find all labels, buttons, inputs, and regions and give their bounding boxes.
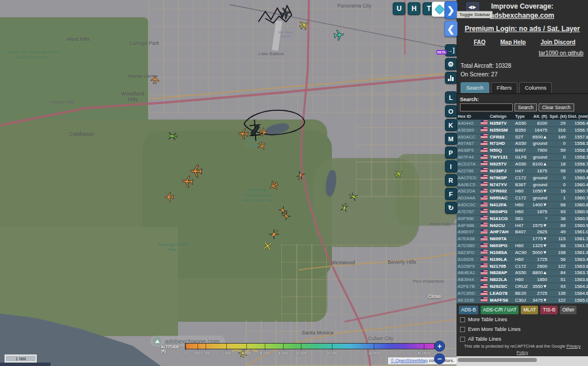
- table-row[interactable]: ACD27AN925TVAS508100▲181558.7: [457, 160, 588, 167]
- checkbox-row: More Table Lines: [460, 317, 520, 322]
- table-row[interactable]: AA0EC5N747YVB36Tground01560.4: [457, 181, 588, 188]
- aircraft-icon[interactable]: [164, 192, 175, 203]
- rail-button-settings[interactable]: ⚙: [445, 58, 457, 70]
- rail-button-hotkey-F[interactable]: F: [445, 188, 457, 200]
- faq-link[interactable]: FAQ: [474, 39, 486, 45]
- cell-flag: [479, 236, 489, 242]
- column-header[interactable]: Dist. (nmi): [567, 114, 588, 119]
- zoom-out-button[interactable]: −: [434, 353, 445, 364]
- altitude-legend-title: ALTITUDE (ft): [161, 345, 179, 353]
- locate-diamond-icon: [434, 4, 444, 14]
- table-row[interactable]: A40442N358TVAS508100291556.4: [457, 120, 588, 126]
- column-header[interactable]: Callsign: [489, 114, 514, 119]
- cell-type: B407: [514, 148, 529, 153]
- map-button-U[interactable]: U: [393, 2, 405, 15]
- table-row[interactable]: A2FE7BN292SCCRUZ3550▼931564.2: [457, 283, 588, 290]
- map-button-H[interactable]: H: [408, 2, 420, 15]
- close-button[interactable]: Close: [428, 294, 441, 299]
- checkbox[interactable]: [460, 317, 465, 322]
- checkbox[interactable]: [460, 337, 465, 342]
- cell-cs: MAFFS6: [489, 298, 514, 303]
- checkbox-label: All Table Lines: [468, 336, 501, 342]
- cell-spd: 93: [548, 284, 567, 289]
- cell-alt: 1850: [529, 277, 548, 282]
- table-row[interactable]: A96E97AHF7AHB4072625491561.0: [457, 229, 588, 236]
- rail-button-hotkey-O[interactable]: O: [445, 105, 457, 117]
- table-row[interactable]: AE1535MAFFS6C30J3475▼1221565.0: [457, 296, 588, 303]
- cell-alt: 1400▼: [529, 202, 548, 207]
- table-row[interactable]: AACFEDN796SPC172ground01560.4: [457, 174, 588, 181]
- table-row[interactable]: A0F59EN161CGS61?381560.9: [457, 215, 588, 222]
- rail-button-sidebar-expand[interactable]: ❯: [444, 1, 458, 19]
- cell-dist: 1557.8: [567, 134, 588, 140]
- column-header[interactable]: Hex ID: [457, 114, 479, 119]
- column-header[interactable]: Spd. (kt): [548, 114, 567, 119]
- join-discord-link[interactable]: Join Discord: [540, 39, 575, 45]
- aircraft-icon[interactable]: [258, 127, 268, 137]
- rail-button-hotkey-I[interactable]: I: [445, 160, 457, 172]
- cell-dist: 1560.4: [567, 175, 588, 180]
- table-row[interactable]: A7D3B0N603PGH601325▼681561.5: [457, 242, 588, 249]
- aircraft-icon[interactable]: [181, 175, 195, 188]
- aircraft-table[interactable]: Hex IDCallsignTypeAlt. (ft)Spd. (kt)Dist…: [457, 113, 588, 303]
- table-row[interactable]: A1D5F9N21705C17226001221563.6: [457, 263, 588, 269]
- clear-search-button[interactable]: Clear Search: [539, 103, 574, 111]
- zoom-in-button[interactable]: +: [434, 341, 445, 352]
- table-row[interactable]: A4DC0CN412FAH601400▼681560.8: [457, 201, 588, 208]
- tab-columns[interactable]: Columns: [519, 82, 552, 93]
- osm-link[interactable]: © OpenStreetMap: [390, 358, 428, 363]
- us-flag-icon: [481, 236, 488, 241]
- rail-button-replay[interactable]: ↻: [445, 202, 457, 214]
- rail-button-hotkey-R[interactable]: R: [445, 174, 457, 186]
- checkbox[interactable]: [460, 327, 465, 332]
- rail-button-hotkey-L[interactable]: L: [445, 91, 457, 103]
- table-row[interactable]: A823FDN108SAAC905000▼1981561.9: [457, 249, 588, 256]
- search-label: Search:: [460, 97, 585, 102]
- map-canvas[interactable]: Panorama CityLake BalboaVan Nuys Airport…: [0, 0, 457, 366]
- aircraft-icon[interactable]: [332, 29, 346, 42]
- aircraft-icon[interactable]: [237, 128, 250, 140]
- table-horizontal-scrollbar[interactable]: [457, 356, 588, 366]
- cell-alt: ground: [529, 182, 548, 187]
- rail-button-sidebar-collapse[interactable]: ❮: [444, 21, 458, 37]
- table-row[interactable]: AD34AAN950ACC172ground11560.7: [457, 194, 588, 201]
- cell-spd: 84: [548, 270, 567, 275]
- tar1090-github-link[interactable]: tar1090 on github: [457, 50, 588, 56]
- rail-button-statistics[interactable]: [445, 72, 457, 84]
- cell-alt: 1775▼: [529, 236, 548, 241]
- table-row[interactable]: A22786N238PJH471675951559.8: [457, 167, 588, 174]
- table-row[interactable]: A97A67N71HDAS50ground01558.1: [457, 140, 588, 147]
- table-row[interactable]: AB4EA1N828APAS508800▲841563.7: [457, 269, 588, 276]
- search-button[interactable]: Search: [514, 103, 537, 111]
- premium-login-link[interactable]: Premium Login: no ads / Sat. Layer: [457, 25, 588, 33]
- column-header[interactable]: Alt. (ft): [529, 114, 548, 119]
- search-input[interactable]: [460, 103, 513, 111]
- column-header[interactable]: Type: [514, 114, 529, 119]
- rail-button-hotkey-P[interactable]: P: [445, 147, 457, 159]
- table-row[interactable]: A4F98BN42CUH471575▼691560.9: [457, 222, 588, 229]
- tab-search[interactable]: Search: [461, 82, 489, 93]
- altitude-tick-label: 500: [195, 351, 201, 355]
- tab-filters[interactable]: Filters: [491, 82, 517, 93]
- table-row[interactable]: A7EA58N609TA1775▼1151561.3: [457, 235, 588, 242]
- aircraft-icon[interactable]: [262, 241, 273, 252]
- altitude-tick-label: 4 000: [242, 351, 251, 355]
- aircraft-icon[interactable]: [150, 75, 160, 84]
- table-row[interactable]: A07F44TWY131GLF6ground01558.3: [457, 153, 588, 160]
- app-window: Panorama CityLake BalboaVan Nuys Airport…: [0, 0, 588, 366]
- table-row[interactable]: AB3944N822LAH601850511563.8: [457, 276, 588, 283]
- table-row[interactable]: A16926N190LAH601725561563.4: [457, 256, 588, 263]
- table-row[interactable]: A7D767N604PGH601875931560.9: [457, 208, 588, 215]
- scrollbar-thumb[interactable]: [458, 358, 537, 362]
- cell-flag: [479, 215, 489, 221]
- table-row[interactable]: A3E669N350SMB350164753161556.7: [457, 126, 588, 133]
- map-help-link[interactable]: Map Help: [500, 39, 525, 45]
- rail-button-hotkey-K[interactable]: K: [445, 119, 457, 131]
- aircraft-icon[interactable]: [167, 130, 179, 142]
- rail-button-login[interactable]: →]BETA: [445, 44, 457, 56]
- table-row[interactable]: A5E2DACFR602H601050▼161560.7: [457, 187, 588, 194]
- table-row[interactable]: A7C85DLEAD78BE2027251351564.6: [457, 290, 588, 296]
- table-row[interactable]: A50ACCCFR83S2T6500▲1491557.8: [457, 133, 588, 140]
- rail-button-hotkey-M[interactable]: M: [445, 133, 457, 145]
- table-row[interactable]: A638F5N50QB4077900591558.3: [457, 147, 588, 153]
